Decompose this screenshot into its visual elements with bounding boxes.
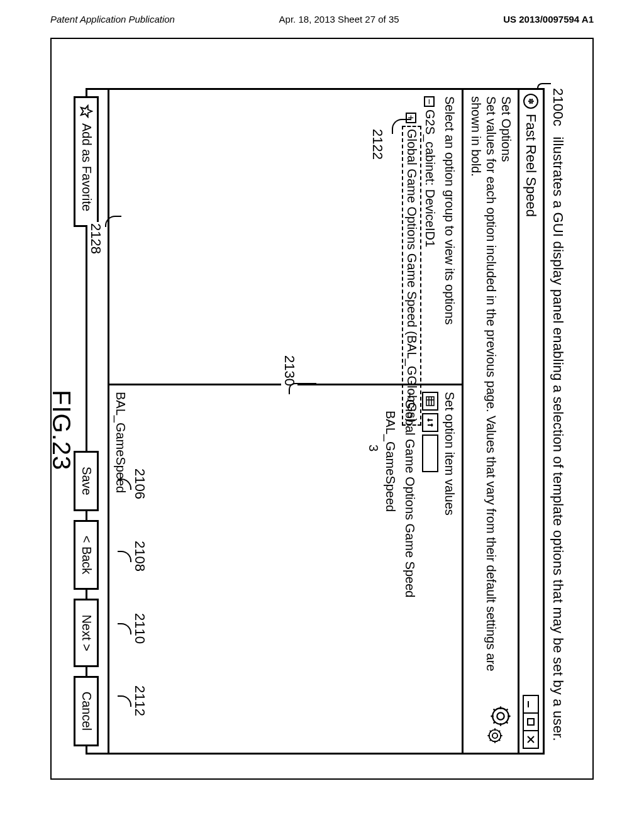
- callout-2108: 2108: [131, 540, 148, 573]
- banner-desc: Set values for each option included in t…: [469, 96, 499, 706]
- dialog-body: Select an option group to view its optio…: [109, 90, 462, 753]
- caption-ref: 2100c: [550, 88, 566, 126]
- item-name[interactable]: BAL_GameSpeed: [384, 411, 397, 512]
- titlebar: ✽ Fast Reel Speed: [518, 90, 543, 753]
- svg-line-11: [494, 722, 496, 724]
- tree-root[interactable]: G2S_cabinet: DeviceID1: [423, 109, 437, 247]
- svg-line-13: [506, 722, 508, 724]
- svg-rect-1: [528, 719, 535, 725]
- caption-text: illustrates a GUI display panel enabling…: [550, 136, 566, 741]
- figure-rotated: 2100c illustrates a GUI display panel en…: [88, 88, 566, 767]
- grid-view-icon[interactable]: [422, 392, 438, 411]
- maximize-button[interactable]: [523, 712, 540, 731]
- svg-line-10: [506, 709, 508, 711]
- tree-selected-item[interactable]: Global Game Options Game Speed (BAL_GGlo…: [402, 126, 421, 426]
- save-button[interactable]: Save: [74, 451, 99, 511]
- callout-2128: 2128: [87, 222, 104, 255]
- callout-2130: 2130: [281, 354, 297, 387]
- callout-2110: 2110: [131, 612, 148, 645]
- pub-center: Apr. 18, 2013 Sheet 27 of 35: [279, 14, 399, 25]
- cancel-button[interactable]: Cancel: [74, 676, 99, 746]
- window-buttons: [523, 696, 540, 749]
- back-button[interactable]: < Back: [74, 520, 99, 590]
- right-panel: Set option item values −Global Game Opti…: [109, 385, 462, 753]
- close-button[interactable]: [523, 730, 540, 749]
- svg-point-14: [492, 733, 497, 738]
- callout-2106: 2106: [131, 467, 148, 501]
- left-panel: Select an option group to view its optio…: [109, 90, 462, 385]
- value-input[interactable]: [422, 434, 438, 472]
- option-group-tree[interactable]: −G2S_cabinet: DeviceID1 +Global Game Opt…: [402, 96, 438, 377]
- minimize-button[interactable]: [523, 695, 540, 714]
- dialog-window: ✽ Fast Reel Speed Set Options Set values…: [86, 88, 545, 755]
- right-heading: Set option item values: [442, 392, 457, 746]
- banner-title: Set Options: [499, 96, 514, 706]
- expand-icon[interactable]: −: [403, 392, 417, 399]
- app-icon: ✽: [524, 94, 539, 109]
- value-toolbar: [422, 392, 438, 746]
- gears-icon: [486, 706, 514, 746]
- star-icon: [80, 104, 94, 118]
- expand-icon[interactable]: −: [424, 96, 435, 107]
- pub-left: Patent Application Publication: [50, 14, 175, 25]
- next-button[interactable]: Next >: [74, 599, 99, 667]
- option-item-tree[interactable]: −Global Game Options Game Speed BAL_Game…: [365, 392, 418, 746]
- figure-caption: 2100c illustrates a GUI display panel en…: [550, 88, 566, 767]
- page-header: Patent Application Publication Apr. 18, …: [50, 14, 594, 25]
- sort-icon[interactable]: [422, 413, 438, 432]
- callout-2112: 2112: [131, 684, 148, 717]
- banner: Set Options Set values for each option i…: [462, 90, 518, 753]
- svg-marker-28: [81, 106, 92, 117]
- item-root[interactable]: Global Game Options Game Speed: [403, 399, 417, 598]
- callout-2122: 2122: [369, 128, 386, 161]
- figure-label: FIG.23: [47, 390, 75, 470]
- svg-line-12: [494, 709, 496, 711]
- window-title: Fast Reel Speed: [523, 114, 540, 691]
- add-favorite-label: Add as Favorite: [79, 123, 94, 211]
- svg-point-4: [497, 713, 504, 720]
- item-value[interactable]: 3: [367, 445, 380, 451]
- left-heading: Select an option group to view its optio…: [442, 96, 457, 377]
- pub-right: US 2013/0097594 A1: [503, 14, 594, 25]
- add-favorite-button[interactable]: Add as Favorite: [74, 96, 99, 227]
- svg-rect-24: [426, 397, 434, 406]
